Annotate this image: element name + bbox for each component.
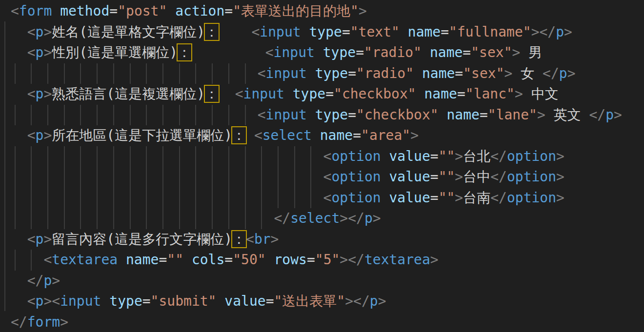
token-text: 男 [520,44,542,60]
token-eq: = [480,107,488,123]
token-sp [216,293,224,309]
token-attr: name [126,252,159,268]
token-attr: value [389,169,430,185]
token-sp [301,24,309,40]
code-line-9[interactable]: <option value="">台中</option> [0,167,644,188]
token-sp [11,65,258,81]
token-tag: input [266,107,307,123]
token-eq: = [430,190,439,206]
token-eq: = [142,293,151,309]
token-sp [307,65,315,81]
token-tag: p [36,86,44,102]
code-line-3[interactable]: <p>性別(這是單選欄位)： <input type="radio" name=… [0,42,644,63]
code-line-6[interactable]: <input type="checkbox" name="lane"> 英文 <… [0,105,644,126]
token-text: 英文 [545,107,589,123]
code-line-1[interactable]: <form method="post" action="表單送出的目的地"> [0,1,644,22]
code-line-7[interactable]: <p>所在地區(這是下拉選單欄位)： <select name="area"> [0,125,644,146]
token-eq: = [266,293,274,309]
token-attr: name [320,127,353,143]
token-attr: value [389,148,430,164]
token-punct: > [410,127,419,143]
token-attr: name [446,107,479,123]
token-text: 中文 [523,86,559,102]
code-line-15[interactable]: <p><input type="submit" value="送出表單"></p… [0,291,644,312]
token-punct: > [271,231,279,247]
unicode-highlight-box: ： [205,86,219,102]
token-text: 性別(這是單選欄位) [52,44,178,60]
token-punct: < [27,231,36,247]
token-eq: = [457,86,465,102]
token-attr: name [424,86,457,102]
token-punct: < [258,65,266,81]
token-tag: select [290,210,340,226]
token-eq: = [356,44,364,60]
token-attr: value [389,190,430,206]
code-area: <form method="post" action="表單送出的目的地"> <… [0,1,644,332]
token-tag: p [556,24,564,40]
token-sp [167,3,175,19]
token-str: "radio" [364,44,422,60]
token-attr: type [315,107,348,123]
token-attr: rows [274,252,306,268]
token-punct: </ [490,169,507,185]
token-sp [191,44,265,60]
token-sp [11,293,27,309]
token-tag: p [43,273,52,289]
token-punct: < [27,127,36,143]
token-tag: br [254,231,271,247]
code-line-4[interactable]: <input type="radio" name="sex"> 女 </p> [0,63,644,84]
token-sp [381,148,389,164]
code-editor[interactable]: <form method="post" action="表單送出的目的地"> <… [0,0,644,332]
token-punct: > [455,148,463,164]
code-line-11[interactable]: </select></p> [0,208,644,229]
code-line-2[interactable]: <p>姓名(這是單格文字欄位)： <input type="text" name… [0,22,644,43]
token-eq: = [224,3,233,19]
token-str: "5" [315,252,340,268]
token-str: "text" [350,24,400,40]
token-punct: > [60,314,68,330]
token-eq: = [109,3,118,19]
code-line-16[interactable]: </form> [0,312,644,332]
code-line-5[interactable]: <p>熟悉語言(這是複選欄位)： <input type="checkbox" … [0,84,644,105]
token-str: "post" [118,3,167,19]
code-line-8[interactable]: <option value="">台北</option> [0,146,644,167]
code-line-10[interactable]: <option value="">台南</option> [0,188,644,209]
token-punct: < [246,231,254,247]
token-tag: option [331,169,381,185]
code-line-14[interactable]: </p> [0,271,644,292]
token-eq: = [307,252,315,268]
token-punct: > [455,190,463,206]
token-eq: = [325,86,334,102]
token-punct: < [258,107,266,123]
unicode-highlight-box: ： [205,24,219,40]
token-str: "sex" [463,65,504,81]
code-line-12[interactable]: <p>留言內容(這是多行文字欄位)：<br> [0,229,644,250]
token-tag: input [243,86,284,102]
code-line-13[interactable]: <textarea name="" cols="50" rows="5"></t… [0,250,644,271]
token-eq: = [348,107,356,123]
token-attr: action [175,3,224,19]
token-sp [11,127,27,143]
token-punct: < [251,24,260,40]
token-tag: p [36,44,44,60]
token-str: "lane" [488,107,537,123]
token-eq: = [463,44,471,60]
token-sp [11,148,323,164]
unicode-highlight-box: ： [178,44,191,60]
token-attr: name [408,24,441,40]
token-punct: > [512,44,521,60]
token-sp [416,86,424,102]
token-attr: method [60,3,109,19]
unicode-highlight-box: ： [232,231,246,247]
token-str: "" [439,169,455,185]
token-text: 台中 [463,169,490,185]
token-punct: > [43,24,52,40]
token-tag: p [370,293,378,309]
token-attr: type [309,24,342,40]
token-tag: option [331,148,381,164]
token-text: 台南 [463,190,490,206]
token-str: "checkbox" [356,107,439,123]
token-punct: < [323,148,332,164]
token-punct: > [556,148,564,164]
token-punct: < [27,24,36,40]
